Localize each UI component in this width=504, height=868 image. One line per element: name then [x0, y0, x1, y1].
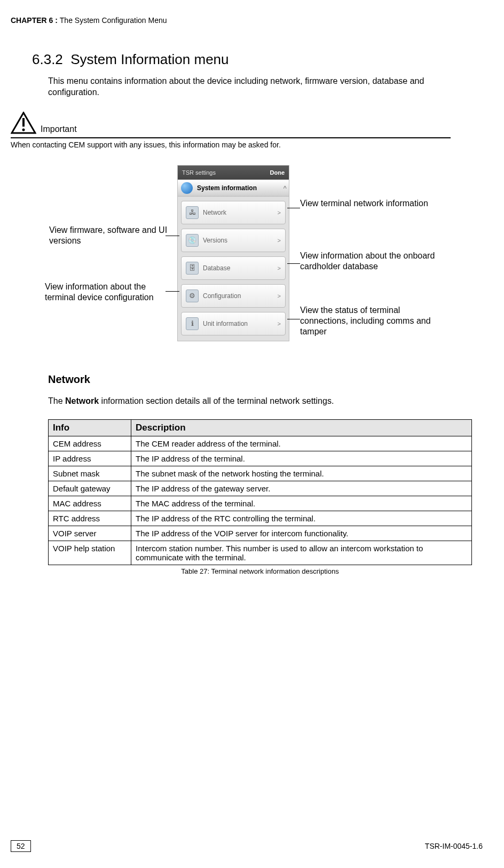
diagram: TSR settings Done System information ^ 🖧…: [22, 165, 450, 347]
done-button[interactable]: Done: [270, 169, 285, 176]
globe-icon: [181, 182, 193, 194]
section-intro: This menu contains information about the…: [48, 76, 451, 98]
table-row: Default gateway The IP address of the ga…: [49, 481, 472, 496]
chevron-right-icon: >: [278, 209, 281, 216]
info-cell: VOIP help station: [49, 541, 131, 565]
screenshot: TSR settings Done System information ^ 🖧…: [177, 165, 289, 341]
database-icon: 🗄: [186, 262, 199, 275]
chevron-up-icon: ^: [284, 185, 287, 191]
intro-bold: Network: [65, 396, 99, 405]
desc-cell: The MAC address of the terminal.: [131, 496, 472, 511]
warning-icon: [11, 112, 36, 136]
important-block: Important When contacting CEM support wi…: [11, 112, 451, 149]
page-footer: 52 TSR-IM-0045-1.6: [0, 840, 504, 852]
table-head-desc: Description: [131, 419, 472, 436]
table-row: Subnet mask The subnet mask of the netwo…: [49, 466, 472, 481]
menu-item-network[interactable]: 🖧 Network >: [181, 201, 286, 224]
callout-line: [287, 319, 300, 319]
info-cell: RTC address: [49, 511, 131, 526]
document-id: TSR-IM-0045-1.6: [425, 842, 483, 850]
desc-cell: Intercom station number. This number is …: [131, 541, 472, 565]
callout-network: View terminal network information: [300, 198, 439, 209]
chevron-right-icon: >: [278, 293, 281, 299]
table-head-info: Info: [49, 419, 131, 436]
important-header: Important: [11, 112, 451, 138]
section-header-label: System information: [197, 184, 257, 192]
info-cell: VOIP server: [49, 526, 131, 541]
menu-item-configuration[interactable]: ⚙ Configuration >: [181, 284, 286, 308]
intro-prefix: The: [48, 396, 65, 405]
network-intro: The Network information section details …: [48, 396, 451, 406]
table-caption: Table 27: Terminal network information d…: [48, 567, 472, 575]
info-cell: CEM address: [49, 436, 131, 451]
chevron-right-icon: >: [278, 265, 281, 271]
titlebar-left: TSR settings: [182, 169, 216, 176]
table-row: VOIP help station Intercom station numbe…: [49, 541, 472, 565]
menu-item-label: Database: [203, 264, 278, 272]
network-icon: 🖧: [186, 206, 199, 219]
callout-line: [166, 236, 179, 236]
svg-point-2: [22, 128, 25, 131]
section-number: 6.3.2: [32, 51, 63, 68]
table-header-row: Info Description: [49, 419, 472, 436]
callout-database: View information about the onboard cardh…: [300, 251, 444, 272]
table-row: RTC address The IP address of the RTC co…: [49, 511, 472, 526]
callout-unit-info: View the status of terminal connections,…: [300, 305, 439, 337]
desc-cell: The IP address of the RTC controlling th…: [131, 511, 472, 526]
section-title: 6.3.2 System Information menu: [32, 51, 472, 68]
menu-item-label: Network: [203, 209, 278, 216]
info-cell: MAC address: [49, 496, 131, 511]
info-cell: Subnet mask: [49, 466, 131, 481]
menu-item-label: Configuration: [203, 292, 278, 300]
menu-item-database[interactable]: 🗄 Database >: [181, 256, 286, 280]
table-row: CEM address The CEM reader address of th…: [49, 436, 472, 451]
network-heading: Network: [48, 373, 472, 386]
callout-line: [287, 263, 300, 264]
callout-line: [166, 291, 179, 292]
page-number: 52: [11, 840, 31, 852]
chapter-title: The System Configuration Menu: [60, 16, 167, 25]
configuration-icon: ⚙: [186, 290, 199, 302]
desc-cell: The CEM reader address of the terminal.: [131, 436, 472, 451]
info-icon: ℹ: [186, 317, 199, 330]
section-name: System Information menu: [70, 51, 229, 68]
callout-configuration: View information about the terminal devi…: [45, 281, 173, 303]
menu-item-versions[interactable]: 💿 Versions >: [181, 229, 286, 252]
menu-item-unit-information[interactable]: ℹ Unit information >: [181, 312, 286, 335]
info-cell: Default gateway: [49, 481, 131, 496]
chevron-right-icon: >: [278, 320, 281, 327]
info-cell: IP address: [49, 451, 131, 466]
chevron-right-icon: >: [278, 237, 281, 244]
important-label: Important: [41, 124, 77, 136]
desc-cell: The IP address of the terminal.: [131, 451, 472, 466]
network-info-table: Info Description CEM address The CEM rea…: [48, 419, 472, 565]
versions-icon: 💿: [186, 234, 199, 247]
table-row: MAC address The MAC address of the termi…: [49, 496, 472, 511]
important-text: When contacting CEM support with any iss…: [11, 140, 451, 149]
desc-cell: The IP address of the gateway server.: [131, 481, 472, 496]
intro-suffix: information section details all of the t…: [99, 396, 334, 405]
chapter-header: CHAPTER 6 : The System Configuration Men…: [0, 16, 472, 25]
menu-item-label: Unit information: [203, 320, 278, 327]
desc-cell: The IP address of the VOIP server for in…: [131, 526, 472, 541]
screenshot-titlebar: TSR settings Done: [178, 166, 289, 179]
screenshot-section-header: System information ^: [178, 179, 289, 197]
menu-item-label: Versions: [203, 237, 278, 244]
table-row: VOIP server The IP address of the VOIP s…: [49, 526, 472, 541]
callout-line: [287, 208, 300, 208]
desc-cell: The subnet mask of the network hosting t…: [131, 466, 472, 481]
callout-versions: View firmware, software and UI versions: [49, 225, 172, 246]
chapter-prefix: CHAPTER 6 :: [11, 16, 60, 25]
table-row: IP address The IP address of the termina…: [49, 451, 472, 466]
